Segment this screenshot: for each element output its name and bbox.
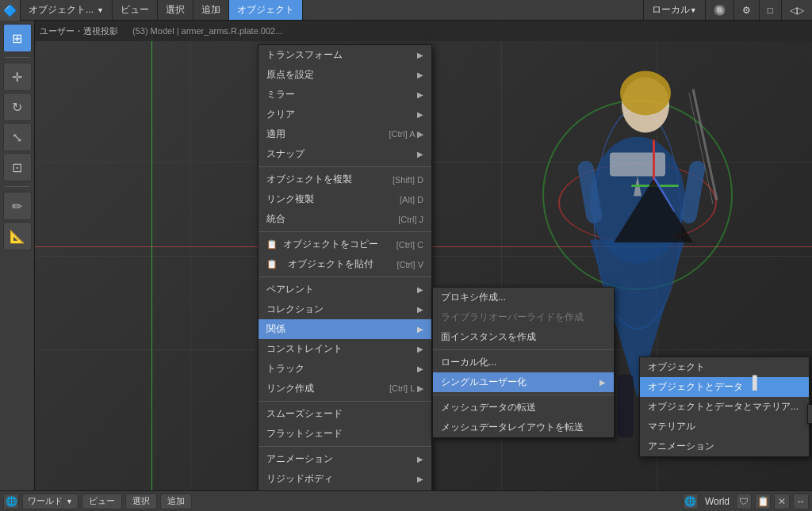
- menu-item-apply[interactable]: 適用 [Ctrl] A ▶: [259, 124, 431, 144]
- close-icon[interactable]: ✕: [774, 494, 790, 509]
- menu-item-paste[interactable]: 📋 オブジェクトを貼付 [Ctrl] V: [259, 254, 431, 274]
- world-text: World: [705, 496, 730, 507]
- single-user-object-data-material[interactable]: オブジェクトとデータとマテリア...: [640, 397, 809, 417]
- separator-2: [259, 231, 431, 232]
- menu-view[interactable]: ビュー: [113, 0, 158, 20]
- left-toolbar: ⊞ ✛ ↻ ⤡ ⊡ ✏ 📐: [0, 21, 35, 490]
- submenu-single-user[interactable]: シングルユーザー化 ▶: [433, 372, 614, 392]
- menu-object[interactable]: オブジェクト: [229, 0, 303, 20]
- relations-submenu: プロキシ作成... ライブラリオーバーライドを作成 面インスタンスを作成 ローカ…: [432, 287, 615, 438]
- submenu-localize[interactable]: ローカル化...: [433, 353, 614, 372]
- single-user-object-data[interactable]: オブジェクトとデータ: [640, 377, 809, 397]
- main-area: ⊞ ✛ ↻ ⤡ ⊡ ✏ 📐: [0, 21, 812, 490]
- menu-item-smooth-shade[interactable]: スムーズシェード: [259, 404, 431, 424]
- clipboard-icon[interactable]: 📋: [755, 494, 771, 509]
- top-bar: 🔷 オブジェクト... ▼ ビュー 選択 追加 オブジェクト ローカル ▼ 🔘 …: [0, 0, 812, 21]
- menu-item-copy[interactable]: 📋 オブジェクトをコピー [Ctrl] C: [259, 235, 431, 254]
- submenu-library-override[interactable]: ライブラリオーバーライドを作成: [433, 307, 614, 327]
- menu-add[interactable]: 追加: [193, 0, 229, 20]
- bottom-menu-add[interactable]: 追加: [160, 494, 192, 509]
- tool-transform[interactable]: ⊡: [3, 153, 32, 181]
- single-user-object[interactable]: オブジェクト: [640, 357, 809, 377]
- main-context-menu: トランスフォーム ▶ 原点を設定 ▶ ミラー ▶ クリア ▶ 適用 [Ctr: [258, 44, 432, 490]
- separator-3: [259, 276, 431, 277]
- menu-item-collection[interactable]: コレクション ▶: [259, 299, 431, 319]
- top-bar-right: ローカル ▼ 🔘 ⚙ □ ◁▷: [643, 0, 812, 20]
- menu-item-animation[interactable]: アニメーション ▶: [259, 449, 431, 469]
- object-per-link[interactable]: オブジェクトごとにリン...: [808, 405, 812, 423]
- editor-type-label: オブジェクト...: [29, 3, 94, 17]
- sub-separator-1: [433, 349, 614, 350]
- app-icon[interactable]: 🔷: [0, 0, 21, 21]
- separator-5: [259, 446, 431, 447]
- tool-measure[interactable]: 📐: [3, 222, 32, 250]
- sub-separator-2: [433, 395, 614, 395]
- menu-item-flat-shade[interactable]: フラットシェード: [259, 424, 431, 444]
- tool-scale[interactable]: ⤡: [3, 123, 32, 151]
- resize-icon[interactable]: ↔: [793, 494, 809, 509]
- menu-item-parent[interactable]: ペアレント ▶: [259, 280, 431, 299]
- menu-item-relations[interactable]: 関係 ▶: [259, 319, 431, 339]
- menu-item-constraints[interactable]: コンストレイント ▶: [259, 339, 431, 359]
- local-dropdown[interactable]: ローカル ▼: [643, 0, 705, 20]
- menu-item-rigid-body[interactable]: リジッドボディ ▶: [259, 469, 431, 489]
- separator-1: [259, 166, 431, 167]
- menu-item-mirror[interactable]: ミラー ▶: [259, 85, 431, 105]
- depth-artifact: [614, 179, 693, 242]
- viewport-header: ユーザー・透視投影 (53) Model | armer_arms.R.plat…: [35, 21, 812, 41]
- menu-item-link-create[interactable]: リンク作成 [Ctrl] L ▶: [259, 379, 431, 399]
- icon-btn-4[interactable]: ◁▷: [781, 0, 812, 20]
- bottom-bar: 🌐 ワールド ▼ ビュー 選択 追加 🌐 World 🛡 📋 ✕ ↔: [0, 490, 812, 511]
- svg-rect-5: [610, 153, 665, 177]
- tool-separator-2: [5, 186, 30, 187]
- bottom-sphere-icon[interactable]: 🌐: [3, 494, 19, 509]
- bottom-menu-view[interactable]: ビュー: [82, 494, 122, 509]
- menu-item-track[interactable]: トラック ▶: [259, 359, 431, 379]
- world-label: ワールド: [28, 495, 63, 507]
- icon-btn-1[interactable]: 🔘: [705, 0, 733, 20]
- svg-point-2: [620, 71, 671, 116]
- tool-rotate[interactable]: ↻: [3, 93, 32, 121]
- menu-item-join[interactable]: 統合 [Ctrl] J: [259, 209, 431, 229]
- tool-move[interactable]: ✛: [3, 63, 32, 91]
- menu-item-transform[interactable]: トランスフォーム ▶: [259, 45, 431, 65]
- menu-item-snap[interactable]: スナップ ▶: [259, 144, 431, 164]
- menu-item-clear[interactable]: クリア ▶: [259, 105, 431, 124]
- bottom-right: 🌐 World 🛡 📋 ✕ ↔: [683, 494, 809, 509]
- editor-type-selector[interactable]: オブジェクト... ▼: [21, 0, 113, 20]
- object-info: (53) Model | armer_arms.R.plate.002...: [132, 26, 282, 36]
- submenu-mesh-layout-transfer[interactable]: メッシュデータレイアウトを転送: [433, 418, 614, 437]
- icon-btn-3[interactable]: □: [759, 0, 781, 20]
- shield-icon[interactable]: 🛡: [736, 494, 752, 509]
- viewport[interactable]: ユーザー・透視投影 (53) Model | armer_arms.R.plat…: [35, 21, 812, 490]
- object-link-submenu: オブジェクトごとにリン...: [807, 404, 812, 424]
- single-user-submenu: オブジェクト オブジェクトとデータ オブジェクトとデータとマテリア... マテリ…: [639, 357, 810, 457]
- single-user-animation[interactable]: アニメーション: [640, 437, 809, 456]
- world-dropdown[interactable]: ワールド ▼: [22, 494, 79, 509]
- tool-annotate[interactable]: ✏: [3, 192, 32, 220]
- menu-item-origin[interactable]: 原点を設定 ▶: [259, 65, 431, 85]
- submenu-proxy[interactable]: プロキシ作成...: [433, 288, 614, 307]
- svg-rect-7: [618, 375, 634, 438]
- separator-4: [259, 401, 431, 402]
- bottom-sphere-icon-2[interactable]: 🌐: [683, 494, 699, 509]
- menu-select[interactable]: 選択: [158, 0, 193, 20]
- menu-item-duplicate[interactable]: オブジェクトを複製 [Shift] D: [259, 170, 431, 189]
- bottom-menu-select[interactable]: 選択: [125, 494, 157, 509]
- submenu-mesh-data-transfer[interactable]: メッシュデータの転送: [433, 398, 614, 418]
- grid-line: [190, 21, 191, 490]
- tool-separator-1: [5, 57, 30, 58]
- single-user-material[interactable]: マテリアル: [640, 417, 809, 437]
- y-axis: [151, 21, 152, 490]
- menu-item-link-dup[interactable]: リンク複製 [Alt] D: [259, 189, 431, 209]
- submenu-face-instance[interactable]: 面インスタンスを作成: [433, 327, 614, 347]
- icon-btn-2[interactable]: ⚙: [733, 0, 759, 20]
- tool-select-box[interactable]: ⊞: [3, 24, 32, 52]
- view-type-label: ユーザー・透視投影: [40, 25, 118, 37]
